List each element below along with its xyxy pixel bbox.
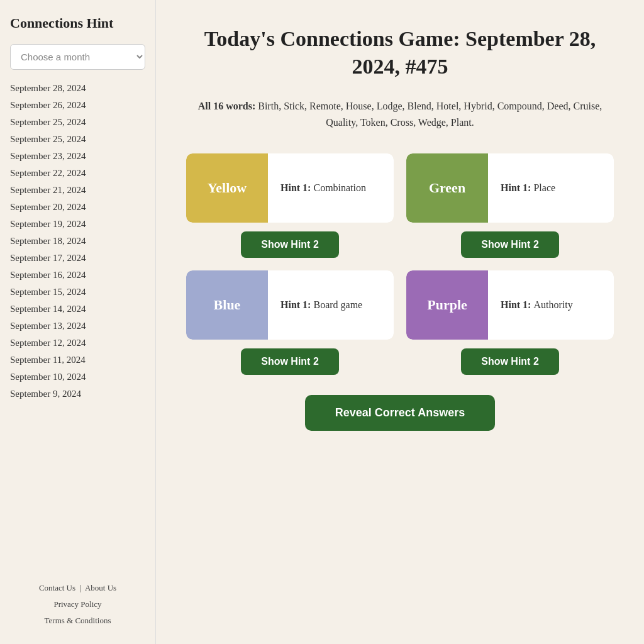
hint-card-green: Green Hint 1: Place [406, 153, 614, 223]
words-label: All 16 words: [198, 101, 256, 111]
page-title: Today's Connections Game: September 28, … [186, 25, 614, 80]
sidebar: Connections Hint Choose a month Septembe… [0, 0, 156, 644]
month-select[interactable]: Choose a month September 2024August 2024… [10, 44, 145, 70]
sidebar-link[interactable]: September 22, 2024 [10, 165, 145, 182]
purple-color-block: Purple [406, 270, 488, 340]
words-list: Birth, Stick, Remote, House, Lodge, Blen… [258, 101, 602, 128]
sidebar-link[interactable]: September 25, 2024 [10, 131, 145, 148]
sidebar-title: Connections Hint [10, 15, 145, 31]
hints-grid: Yellow Hint 1: Combination Show Hint 2 G… [186, 153, 614, 375]
green-color-block: Green [406, 153, 488, 223]
green-hint1-text: Place [533, 182, 555, 194]
yellow-hint-text: Hint 1: Combination [268, 153, 394, 223]
purple-hint-text: Hint 1: Authority [488, 270, 614, 340]
purple-hint1-text: Authority [533, 299, 572, 311]
main-content: Today's Connections Game: September 28, … [156, 0, 644, 644]
sidebar-link[interactable]: September 16, 2024 [10, 267, 145, 284]
sidebar-link[interactable]: September 9, 2024 [10, 386, 145, 402]
sidebar-link[interactable]: September 12, 2024 [10, 335, 145, 352]
sidebar-link[interactable]: September 13, 2024 [10, 318, 145, 335]
sidebar-link[interactable]: September 10, 2024 [10, 369, 145, 386]
blue-hint1-label: Hint 1: [280, 299, 311, 311]
yellow-color-block: Yellow [186, 153, 268, 223]
sidebar-link[interactable]: September 17, 2024 [10, 250, 145, 267]
purple-show-hint2-button[interactable]: Show Hint 2 [461, 348, 559, 375]
sidebar-link[interactable]: September 28, 2024 [10, 80, 145, 97]
hint-card-yellow: Yellow Hint 1: Combination [186, 153, 394, 223]
green-label: Green [429, 180, 465, 196]
green-hint1-label: Hint 1: [501, 182, 531, 194]
sidebar-link[interactable]: September 23, 2024 [10, 148, 145, 165]
hint-column-green: Green Hint 1: Place Show Hint 2 [406, 153, 614, 258]
terms-link[interactable]: Terms & Conditions [45, 616, 111, 625]
yellow-label: Yellow [208, 180, 247, 196]
sidebar-link[interactable]: September 14, 2024 [10, 301, 145, 318]
sidebar-nav: September 28, 2024September 26, 2024Sept… [10, 80, 145, 402]
hint-card-purple: Purple Hint 1: Authority [406, 270, 614, 340]
blue-hint-text: Hint 1: Board game [268, 270, 394, 340]
about-link[interactable]: About Us [85, 583, 116, 592]
contact-link[interactable]: Contact Us [39, 583, 75, 592]
sidebar-link[interactable]: September 25, 2024 [10, 114, 145, 131]
yellow-hint1-label: Hint 1: [280, 182, 311, 194]
green-show-hint2-button[interactable]: Show Hint 2 [461, 231, 559, 258]
sidebar-link[interactable]: September 26, 2024 [10, 97, 145, 114]
hint-column-blue: Blue Hint 1: Board game Show Hint 2 [186, 270, 394, 375]
yellow-hint1-text: Combination [313, 182, 366, 194]
sidebar-footer: Contact Us | About Us Privacy Policy Ter… [10, 561, 145, 629]
reveal-correct-answers-button[interactable]: Reveal Correct Answers [305, 395, 495, 431]
sidebar-link[interactable]: September 20, 2024 [10, 199, 145, 216]
purple-hint1-label: Hint 1: [501, 299, 531, 311]
sidebar-link[interactable]: September 19, 2024 [10, 216, 145, 233]
purple-label: Purple [427, 297, 467, 313]
green-hint-text: Hint 1: Place [488, 153, 614, 223]
hint-card-blue: Blue Hint 1: Board game [186, 270, 394, 340]
words-section: All 16 words: Birth, Stick, Remote, Hous… [186, 98, 614, 130]
blue-label: Blue [214, 297, 241, 313]
blue-show-hint2-button[interactable]: Show Hint 2 [241, 348, 339, 375]
sidebar-link[interactable]: September 11, 2024 [10, 352, 145, 369]
sidebar-link[interactable]: September 15, 2024 [10, 284, 145, 301]
sidebar-link[interactable]: September 18, 2024 [10, 233, 145, 250]
reveal-section: Reveal Correct Answers [186, 395, 614, 431]
yellow-show-hint2-button[interactable]: Show Hint 2 [241, 231, 339, 258]
blue-hint1-text: Board game [313, 299, 362, 311]
hint-column-purple: Purple Hint 1: Authority Show Hint 2 [406, 270, 614, 375]
sidebar-link[interactable]: September 21, 2024 [10, 182, 145, 199]
privacy-link[interactable]: Privacy Policy [53, 599, 101, 609]
blue-color-block: Blue [186, 270, 268, 340]
hint-column-yellow: Yellow Hint 1: Combination Show Hint 2 [186, 153, 394, 258]
